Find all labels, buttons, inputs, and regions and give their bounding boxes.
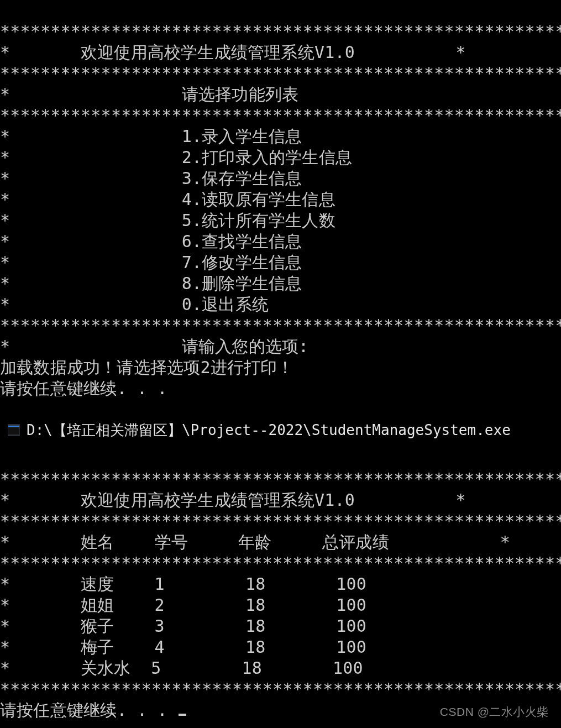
divider: ****************************************… <box>0 106 561 125</box>
console-block-2: ****************************************… <box>0 448 561 721</box>
menu-item-6[interactable]: * 6.查找学生信息 * <box>0 232 561 251</box>
input-prompt[interactable]: * 请输入您的选项: * <box>0 337 561 356</box>
menu-item-1[interactable]: * 1.录入学生信息 * <box>0 127 561 146</box>
menu-heading: * 请选择功能列表 * <box>0 85 561 104</box>
text-cursor <box>179 714 186 716</box>
console-screenshot: ****************************************… <box>0 0 561 728</box>
menu-item-4[interactable]: * 4.读取原有学生信息 * <box>0 190 561 209</box>
console-block-1: ****************************************… <box>0 0 561 399</box>
menu-item-3[interactable]: * 3.保存学生信息 * <box>0 169 561 188</box>
table-row: * 速度 1 18 100 * <box>0 574 561 594</box>
app-title: * 欢迎使用高校学生成绩管理系统V1.0 * <box>0 490 466 510</box>
table-row: * 猴子 3 18 100 * <box>0 616 561 636</box>
menu-item-5[interactable]: * 5.统计所有学生人数 * <box>0 211 561 230</box>
console-icon <box>8 424 20 436</box>
divider: ****************************************… <box>0 316 561 335</box>
app-title: * 欢迎使用高校学生成绩管理系统V1.0 * <box>0 43 466 62</box>
divider: ****************************************… <box>0 469 561 489</box>
divider: ****************************************… <box>0 64 561 83</box>
menu-item-2[interactable]: * 2.打印录入的学生信息 * <box>0 148 561 167</box>
table-row: * 梅子 4 18 100 * <box>0 637 561 657</box>
status-loaded: 加载数据成功！请选择选项2进行打印！ <box>0 358 294 377</box>
divider: ****************************************… <box>0 679 561 699</box>
menu-item-7[interactable]: * 7.修改学生信息 * <box>0 253 561 272</box>
watermark: CSDN @二水小火柴 <box>440 701 549 722</box>
divider: ****************************************… <box>0 22 561 41</box>
window-titlebar[interactable]: D:\【培正相关滞留区】\Project--2022\StudentManage… <box>0 417 561 443</box>
press-any-key[interactable]: 请按任意键继续. . . <box>0 379 167 398</box>
svg-rect-2 <box>8 426 19 427</box>
divider: ****************************************… <box>0 511 561 531</box>
table-row: * 关水水 5 18 100 * <box>0 658 561 678</box>
table-row: * 姐姐 2 18 100 * <box>0 595 561 615</box>
menu-item-8[interactable]: * 8.删除学生信息 * <box>0 274 561 293</box>
divider: ****************************************… <box>0 553 561 573</box>
menu-item-0[interactable]: * 0.退出系统 * <box>0 295 561 314</box>
window-title-text: D:\【培正相关滞留区】\Project--2022\StudentManage… <box>27 420 511 441</box>
press-any-key[interactable]: 请按任意键继续. . . <box>0 700 177 720</box>
table-header: * 姓名 学号 年龄 总评成绩 * <box>0 532 510 552</box>
